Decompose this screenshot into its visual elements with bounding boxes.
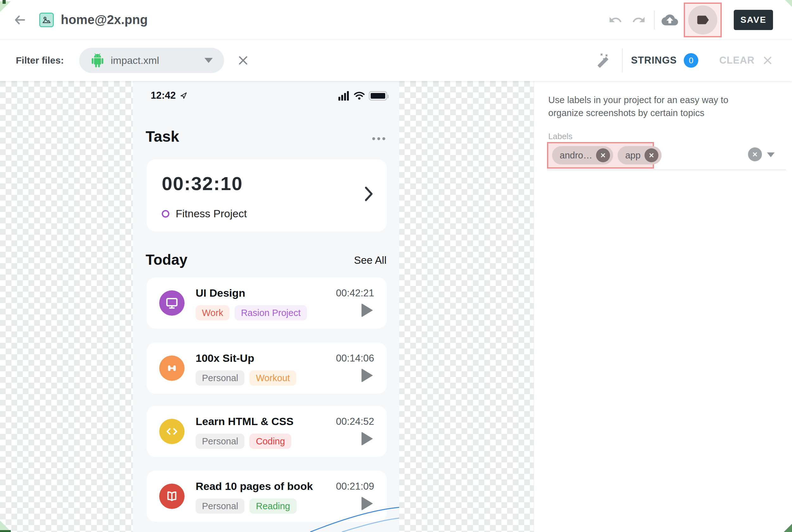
close-icon: [752, 151, 758, 157]
clear-labels-button[interactable]: CLEAR: [719, 55, 773, 66]
page-title: home@2x.png: [61, 13, 148, 27]
editor-canvas[interactable]: 12:42 Task: [0, 81, 792, 532]
task-card[interactable]: Learn HTML & CSS 00:24:52 Personal Codin…: [147, 406, 387, 457]
status-bar-icons: [338, 91, 387, 100]
toolbar-divider: [654, 11, 655, 30]
label-chip[interactable]: andro…: [552, 146, 613, 165]
labels-input-highlight[interactable]: andro… app: [547, 142, 654, 169]
task-card[interactable]: 100x Sit-Up 00:14:06 Personal Workout: [147, 343, 387, 394]
remove-label-button[interactable]: [596, 148, 610, 162]
wifi-icon: [354, 91, 365, 100]
android-icon: [91, 54, 105, 68]
task-name: 100x Sit-Up: [196, 352, 254, 364]
filterbar-divider: [622, 49, 623, 72]
labels-dropdown-caret[interactable]: [767, 152, 775, 157]
task-name: Read 10 pages of book: [196, 480, 313, 492]
back-button[interactable]: [12, 12, 27, 27]
remove-label-button[interactable]: [644, 148, 659, 162]
active-timer-card[interactable]: 00:32:10 Fitness Project: [147, 159, 387, 231]
image-icon: [42, 15, 51, 25]
label-chip-text: andro…: [560, 150, 592, 161]
labels-tool-highlight: [684, 2, 722, 37]
close-icon: [237, 54, 249, 66]
dumbbell-icon: [165, 362, 179, 375]
project-ring-icon: [162, 210, 169, 217]
cloud-upload-icon: [662, 12, 678, 28]
code-icon: [165, 424, 179, 438]
corner-mark: [784, 524, 792, 532]
play-button[interactable]: [362, 432, 373, 446]
location-arrow-icon: [180, 91, 188, 100]
label-chip[interactable]: app: [618, 146, 661, 165]
selected-file-name: impact.xml: [111, 55, 159, 66]
undo-icon: [608, 13, 622, 27]
task-time: 00:24:52: [336, 416, 374, 427]
clear-file-filter-button[interactable]: [234, 52, 252, 69]
label-tag-icon: [696, 13, 710, 27]
close-icon: [648, 152, 655, 158]
magic-wand-icon: [597, 53, 613, 68]
chevron-down-icon: [204, 58, 213, 63]
tag-personal: Personal: [196, 370, 244, 385]
top-toolbar: home@2x.png SAVE: [0, 0, 792, 40]
close-icon: [600, 152, 606, 158]
tag-work: Work: [196, 305, 229, 320]
tag-personal: Personal: [196, 434, 244, 449]
strings-label: STRINGS: [631, 55, 677, 66]
filter-bar: Filter files: impact.xml STRINGS 0 C: [0, 40, 792, 81]
tag-workout: Workout: [250, 370, 296, 385]
clear-all-labels-button[interactable]: [748, 147, 762, 161]
task-screen-title: Task: [146, 128, 179, 145]
clear-label: CLEAR: [719, 55, 755, 66]
image-file-icon: [39, 13, 54, 27]
today-heading: Today: [146, 251, 187, 268]
task-avatar: [159, 290, 185, 316]
corner-mark: [0, 530, 11, 532]
play-button[interactable]: [362, 368, 373, 382]
screenshot-preview[interactable]: 12:42 Task: [133, 81, 399, 532]
monitor-icon: [165, 296, 179, 310]
task-time: 00:21:09: [336, 481, 374, 492]
corner-mark: [0, 520, 10, 530]
task-name: UI Design: [196, 287, 245, 299]
play-button[interactable]: [362, 303, 373, 317]
strings-tab[interactable]: STRINGS 0: [631, 53, 698, 68]
labels-description: Use labels in your project for an easy w…: [548, 94, 763, 119]
editor-window: home@2x.png SAVE Fi: [0, 0, 792, 532]
close-icon: [762, 55, 773, 66]
redo-button[interactable]: [630, 11, 648, 29]
more-options-icon[interactable]: [372, 137, 385, 140]
status-bar-time: 12:42: [151, 90, 188, 101]
clock-text: 12:42: [151, 90, 176, 101]
save-button[interactable]: SAVE: [734, 10, 773, 30]
timer-project-row: Fitness Project: [162, 208, 247, 220]
task-tags: Personal Workout: [196, 370, 296, 385]
task-avatar: [159, 419, 185, 444]
file-filter-dropdown[interactable]: impact.xml: [79, 48, 224, 73]
labels-field-caption: Labels: [548, 132, 573, 141]
arrow-left-icon: [13, 14, 26, 26]
see-all-link[interactable]: See All: [354, 254, 387, 266]
corner-mark: [2, 0, 6, 4]
task-time: 00:14:06: [336, 353, 374, 364]
labels-input-underline: [547, 170, 786, 170]
filter-files-label: Filter files:: [16, 55, 64, 66]
task-tags: Work Rasion Project: [196, 305, 307, 320]
label-chip-text: app: [625, 150, 640, 161]
signal-bars-icon: [338, 91, 350, 100]
strings-count-badge: 0: [684, 53, 698, 68]
chevron-right-icon[interactable]: [363, 186, 374, 203]
timer-value: 00:32:10: [162, 173, 243, 194]
task-avatar: [159, 356, 185, 381]
task-card[interactable]: UI Design 00:42:21 Work Rasion Project: [147, 278, 387, 329]
labels-tool-button[interactable]: [688, 5, 717, 35]
corner-mark: [785, 0, 792, 7]
tag-coding: Coding: [250, 434, 291, 449]
tag-rasion-project: Rasion Project: [235, 305, 307, 320]
undo-button[interactable]: [607, 11, 624, 29]
auto-translate-button[interactable]: [596, 52, 614, 69]
project-name: Fitness Project: [176, 208, 247, 220]
upload-button[interactable]: [661, 11, 679, 29]
battery-icon: [369, 91, 387, 100]
wave-decoration: [133, 500, 399, 532]
